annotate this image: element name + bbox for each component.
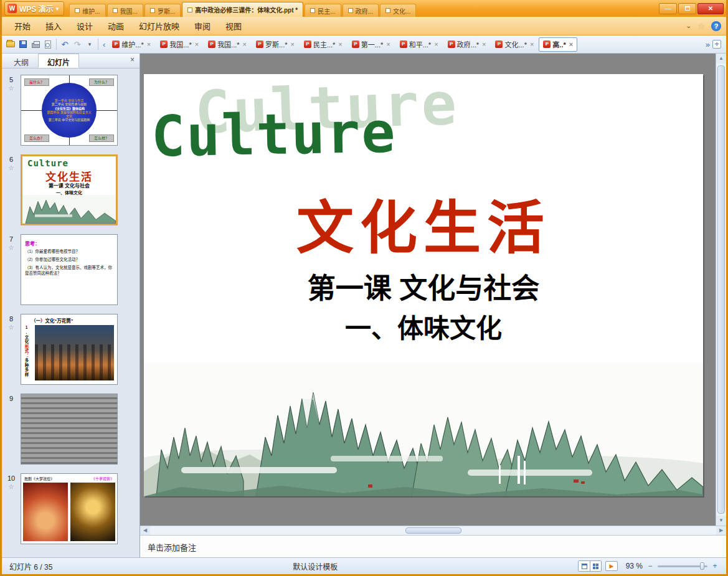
slide-subtitle-section[interactable]: 一、体味文化 (144, 307, 703, 345)
zoom-slider-thumb[interactable] (700, 562, 704, 570)
favorite-star-icon[interactable]: ☆ (697, 21, 705, 31)
scroll-left-icon[interactable]: ◀ (140, 526, 150, 535)
chevron-down-icon[interactable]: ⌄ (686, 22, 691, 30)
landscape-painting[interactable] (144, 362, 703, 496)
slide-thumbnail-6-selected[interactable]: Culture 文化生活 第一课 文化与社会 一、体味文化 (21, 154, 118, 225)
vertical-scrollbar[interactable]: ▲ ▼ (716, 54, 726, 526)
document-icon (75, 8, 80, 13)
title-tab[interactable]: 民主... (305, 4, 341, 17)
current-slide[interactable]: Culture Culture 文化生活 第一课 文化与社会 一、体味文化 (144, 74, 703, 496)
normal-view-button[interactable] (579, 561, 590, 571)
new-tab-icon[interactable]: + (712, 40, 721, 49)
document-tab[interactable]: P政府...*× (443, 37, 491, 52)
notes-pane[interactable]: 单击添加备注 (140, 535, 726, 557)
transition-star-icon: ☆ (9, 483, 14, 490)
tab-scroll-left-icon[interactable]: ‹ (100, 40, 108, 49)
document-tab[interactable]: P文化...*× (491, 37, 538, 52)
close-tab-icon[interactable]: × (530, 40, 534, 48)
design-template-name[interactable]: 默认设计模板 (52, 561, 578, 572)
slide-subtitle-lesson[interactable]: 第一课 文化与社会 (144, 266, 703, 306)
play-slideshow-button[interactable]: ▶ (605, 561, 618, 571)
close-tab-icon[interactable]: × (290, 40, 294, 48)
title-tab[interactable]: 政府... (343, 4, 379, 17)
document-icon (150, 8, 155, 13)
tab-outline[interactable]: 大纲 (4, 54, 38, 68)
app-menu-button[interactable]: W WPS 演示 ▾ (4, 1, 64, 16)
menu-insert[interactable]: 插入 (38, 17, 69, 35)
slide-thumbnail-9[interactable] (21, 394, 118, 465)
menu-animation[interactable]: 动画 (100, 17, 131, 35)
close-button[interactable]: ✕ (697, 3, 724, 14)
ppt-file-icon: P (400, 40, 407, 48)
close-tab-icon[interactable]: × (434, 40, 438, 48)
document-tab[interactable]: P民主...*× (300, 37, 347, 52)
title-tab[interactable]: 罗斯... (144, 4, 181, 17)
slide-thumbnail-7[interactable]: 思考： （1）你最爱看哪些电视节目？ （2）你参加过哪些文化活动？ （3）有人认… (21, 234, 118, 305)
document-tab[interactable]: P第一...*× (347, 37, 395, 52)
folder-open-icon (6, 41, 15, 47)
scroll-right-icon[interactable]: ▶ (716, 526, 726, 535)
menu-design[interactable]: 设计 (69, 17, 100, 35)
title-tab[interactable]: 维护... (69, 4, 105, 17)
slide-title[interactable]: 文化生活 (144, 181, 703, 264)
redo-button[interactable]: ↷ (71, 38, 83, 50)
zoom-out-button[interactable]: − (646, 562, 654, 570)
slide-canvas[interactable]: Culture Culture 文化生活 第一课 文化与社会 一、体味文化 (140, 54, 726, 526)
menu-view[interactable]: 视图 (218, 17, 249, 35)
title-tab-active[interactable]: 高中政治必修三课件：体味文化.ppt * (182, 2, 303, 17)
menu-start[interactable]: 开始 (7, 17, 38, 35)
save-button[interactable] (17, 38, 29, 50)
window-title: 高中政治必修三课件：体味文化.ppt * (195, 5, 298, 14)
document-icon (113, 8, 118, 13)
close-tab-icon[interactable]: × (338, 40, 342, 48)
caret-down-icon[interactable]: ▾ (83, 38, 96, 50)
zoom-in-button[interactable]: + (711, 562, 719, 570)
slide-thumbnail-8[interactable]: （一）文化“万花筒” 1.文化形式：多种多样 (21, 314, 118, 385)
slide-sorter-button[interactable] (590, 561, 601, 571)
title-tab-label: 我国... (120, 6, 138, 16)
ppt-file-icon: P (495, 40, 503, 48)
document-tab[interactable]: P维护...*× (108, 37, 155, 52)
print-button[interactable] (29, 38, 42, 50)
close-tab-icon[interactable]: × (569, 40, 573, 48)
close-tab-icon[interactable]: × (195, 40, 199, 48)
document-tab[interactable]: P和平...*× (395, 37, 443, 52)
minimize-button[interactable]: — (659, 3, 677, 14)
title-tab[interactable]: 我国... (107, 4, 143, 17)
scroll-down-icon[interactable]: ▼ (716, 516, 726, 526)
horizontal-scrollbar[interactable]: ◀ ▶ (140, 526, 726, 535)
close-tab-icon[interactable]: × (386, 40, 390, 48)
close-tab-icon[interactable]: × (147, 40, 151, 48)
document-tab[interactable]: P我国...*× (156, 37, 203, 52)
wps-logo-icon: W (7, 4, 17, 13)
panel-tabs: 大纲 幻灯片 × (2, 54, 139, 68)
menu-review[interactable]: 审阅 (187, 17, 218, 35)
horizontal-scroll-thumb[interactable] (405, 527, 461, 534)
document-tab[interactable]: P我国...*× (204, 37, 251, 52)
tab-slides[interactable]: 幻灯片 (38, 54, 79, 68)
close-tab-icon[interactable]: × (482, 40, 486, 48)
tab-scroll-right-icon[interactable]: » (706, 40, 710, 49)
help-icon[interactable]: ? (711, 21, 721, 31)
scroll-up-icon[interactable]: ▲ (716, 54, 726, 64)
culture-text[interactable]: Culture (151, 100, 397, 169)
performance-photo (35, 325, 114, 380)
menu-slideshow[interactable]: 幻灯片放映 (131, 17, 187, 35)
title-tab[interactable]: 文化... (380, 4, 416, 17)
slide-thumbnail-10[interactable]: 舞剧《大梦敦煌》 《千手观音》 (21, 473, 118, 544)
document-tab-active[interactable]: P高..*× (539, 37, 577, 52)
view-mode-group (578, 560, 602, 572)
print-preview-button[interactable] (42, 38, 54, 50)
mini-landscape-painting (22, 195, 116, 224)
open-button[interactable] (4, 38, 17, 50)
slide-number: 7 (9, 235, 13, 243)
maximize-button[interactable] (678, 3, 696, 14)
undo-button[interactable]: ↶ (59, 38, 71, 50)
zoom-slider[interactable] (658, 562, 707, 570)
slide-thumbnail-5[interactable]: 是什么？ 为什么？ 怎么办？ 怎么样？ 第一单元 文化与生活 第二单元 文化传承… (21, 75, 118, 146)
slide-sorter-icon (593, 564, 598, 569)
close-panel-icon[interactable]: × (125, 54, 139, 68)
vertical-scroll-thumb[interactable] (717, 65, 725, 514)
document-tab[interactable]: P罗斯...*× (252, 37, 299, 52)
close-tab-icon[interactable]: × (243, 40, 247, 48)
